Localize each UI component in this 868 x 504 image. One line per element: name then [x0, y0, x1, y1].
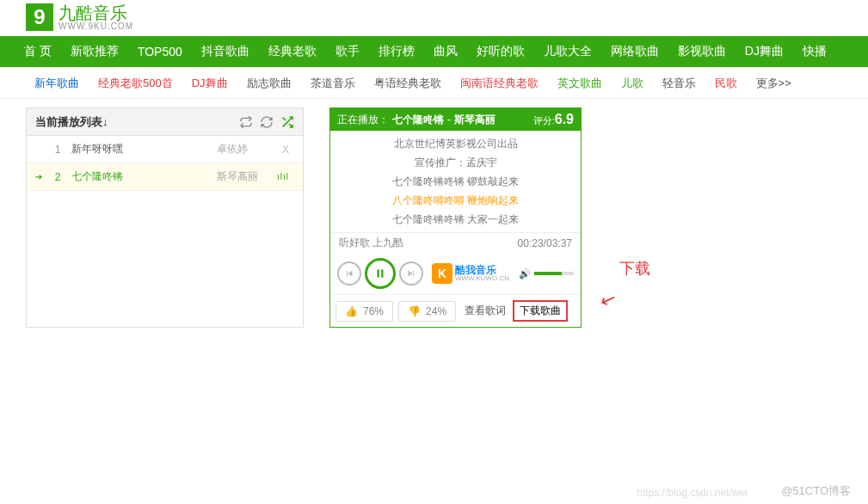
thumbs-down-icon: 👎	[408, 305, 421, 317]
nav-douyin[interactable]: 抖音歌曲	[201, 44, 249, 59]
row-artist: 斯琴高丽	[217, 169, 277, 184]
row-index: 2	[47, 171, 68, 183]
nav-good[interactable]: 好听的歌	[477, 44, 525, 59]
row-artist: 卓依婷	[217, 142, 277, 157]
tag-tea[interactable]: 茶道音乐	[311, 76, 355, 91]
now-playing-artist: 斯琴高丽	[454, 113, 496, 127]
shuffle-icon[interactable]	[280, 115, 294, 129]
nav-net[interactable]: 网络歌曲	[611, 44, 659, 59]
watermark-url: https://blog.csdn.net/wei	[637, 487, 748, 499]
like-percent: 76%	[363, 305, 384, 317]
site-header: 9 九酷音乐 WWW.9KU.COM	[0, 0, 868, 36]
dislike-percent: 24%	[426, 305, 446, 317]
nav-top500[interactable]: TOP500	[138, 45, 182, 58]
lyric-line-current: 八个隆咚嘚咚嘚 鞭炮响起来	[336, 191, 576, 210]
playlist-row-active[interactable]: ➔ 2 七个隆咚锵 斯琴高丽 ılıl	[27, 163, 303, 191]
playlist-header: 当前播放列表↓	[27, 108, 303, 136]
annotation-text: 下载	[619, 258, 650, 279]
nav-home[interactable]: 首 页	[24, 44, 52, 59]
main-content: 当前播放列表↓ 1 新年呀呀嘿 卓依婷 X ➔ 2 七个隆咚锵 斯琴高丽 ılı…	[0, 99, 868, 336]
prev-button[interactable]	[337, 261, 361, 286]
kuwo-text: 酷我音乐 WWW.KUWO.CN	[455, 265, 509, 282]
tag-folk[interactable]: 民歌	[715, 76, 737, 91]
download-song-link[interactable]: 下载歌曲	[513, 300, 568, 322]
player-panel: 正在播放： 七个隆咚锵 - 斯琴高丽 评分:6.9 北京世纪博英影视公司出品 宣…	[329, 108, 582, 328]
lyric-line: 北京世纪博英影视公司出品	[336, 134, 576, 153]
next-button[interactable]	[399, 261, 423, 286]
nav-dj[interactable]: DJ舞曲	[745, 44, 784, 59]
tag-cantonese[interactable]: 粤语经典老歌	[374, 76, 441, 91]
nav-artist[interactable]: 歌手	[336, 44, 360, 59]
now-playing-label: 正在播放：	[337, 113, 389, 127]
logo-icon[interactable]: 9	[26, 3, 53, 31]
playlist-title: 当前播放列表↓	[35, 114, 108, 130]
row-title: 七个隆咚锵	[68, 169, 217, 184]
main-nav: 首 页 新歌推荐 TOP500 抖音歌曲 经典老歌 歌手 排行榜 曲风 好听的歌…	[0, 36, 868, 67]
svg-rect-0	[378, 269, 379, 277]
player-info-bar: 听好歌 上九酷 00:23/03:37	[330, 232, 581, 253]
view-lyrics-link[interactable]: 查看歌词	[465, 304, 506, 318]
kuwo-icon: K	[432, 263, 452, 284]
lyric-line: 七个隆咚锵咚锵 锣鼓敲起来	[336, 172, 576, 191]
volume-control[interactable]: 🔊	[519, 268, 574, 280]
kuwo-logo[interactable]: K 酷我音乐 WWW.KUWO.CN	[432, 263, 509, 284]
row-title: 新年呀呀嘿	[68, 142, 217, 157]
nav-rank[interactable]: 排行榜	[379, 44, 415, 59]
nav-classic[interactable]: 经典老歌	[268, 44, 317, 59]
volume-slider[interactable]	[534, 272, 574, 275]
tag-inspire[interactable]: 励志歌曲	[247, 76, 292, 91]
player-header: 正在播放： 七个隆咚锵 - 斯琴高丽 评分:6.9	[330, 108, 581, 131]
thumbs-up-icon: 👍	[345, 305, 358, 317]
logo-text-wrap: 九酷音乐 WWW.9KU.COM	[58, 4, 133, 31]
player-controls: K 酷我音乐 WWW.KUWO.CN 🔊	[330, 253, 581, 294]
repeat-icon[interactable]	[239, 115, 253, 129]
tag-newyear[interactable]: 新年歌曲	[34, 76, 79, 91]
svg-rect-1	[381, 269, 383, 277]
lyrics-pane[interactable]: 北京世纪博英影视公司出品 宣传推广：孟庆宇 七个隆咚锵咚锵 锣鼓敲起来 八个隆咚…	[330, 131, 581, 232]
playlist-controls	[239, 115, 294, 129]
playing-arrow-icon: ➔	[35, 172, 47, 181]
separator: -	[447, 114, 451, 126]
playlist-row[interactable]: 1 新年呀呀嘿 卓依婷 X	[27, 136, 303, 163]
remove-icon[interactable]: X	[277, 144, 294, 156]
equalizer-icon: ılıl	[277, 172, 294, 181]
play-pause-button[interactable]	[365, 258, 396, 289]
watermark-author: @51CTO博客	[781, 483, 851, 499]
nav-new[interactable]: 新歌推荐	[71, 44, 119, 59]
slogan: 听好歌 上九酷	[339, 236, 403, 250]
tag-dj[interactable]: DJ舞曲	[192, 76, 228, 91]
nav-kids[interactable]: 儿歌大全	[544, 44, 592, 59]
time-display: 00:23/03:37	[518, 237, 572, 249]
tag-kids[interactable]: 儿歌	[621, 76, 643, 91]
tag-english[interactable]: 英文歌曲	[557, 76, 602, 91]
volume-icon[interactable]: 🔊	[519, 268, 531, 280]
lyric-line: 七个隆咚锵咚锵 大家一起来	[336, 210, 576, 229]
row-index: 1	[47, 144, 68, 156]
lyric-line: 宣传推广：孟庆宇	[336, 153, 576, 172]
now-playing-song: 七个隆咚锵	[392, 113, 444, 127]
player-actions: 👍 76% 👎 24% 查看歌词 下载歌曲	[330, 294, 581, 327]
kuwo-en: WWW.KUWO.CN	[455, 275, 509, 282]
nav-movie[interactable]: 影视歌曲	[678, 44, 726, 59]
nav-fast[interactable]: 快播	[803, 44, 827, 59]
tag-light[interactable]: 轻音乐	[662, 76, 696, 91]
tag-bar: 新年歌曲 经典老歌500首 DJ舞曲 励志歌曲 茶道音乐 粤语经典老歌 闽南语经…	[0, 67, 868, 99]
like-button[interactable]: 👍 76%	[336, 301, 393, 322]
playlist-panel: 当前播放列表↓ 1 新年呀呀嘿 卓依婷 X ➔ 2 七个隆咚锵 斯琴高丽 ılı…	[26, 108, 304, 328]
loop-icon[interactable]	[260, 115, 274, 129]
tag-more[interactable]: 更多>>	[756, 76, 791, 91]
logo-title[interactable]: 九酷音乐	[58, 4, 133, 22]
logo-subtitle: WWW.9KU.COM	[58, 22, 133, 31]
tag-minnan[interactable]: 闽南语经典老歌	[460, 76, 539, 91]
tag-classic500[interactable]: 经典老歌500首	[98, 76, 173, 91]
nav-style[interactable]: 曲风	[434, 44, 458, 59]
dislike-button[interactable]: 👎 24%	[398, 301, 456, 322]
rating: 评分:6.9	[533, 112, 574, 127]
